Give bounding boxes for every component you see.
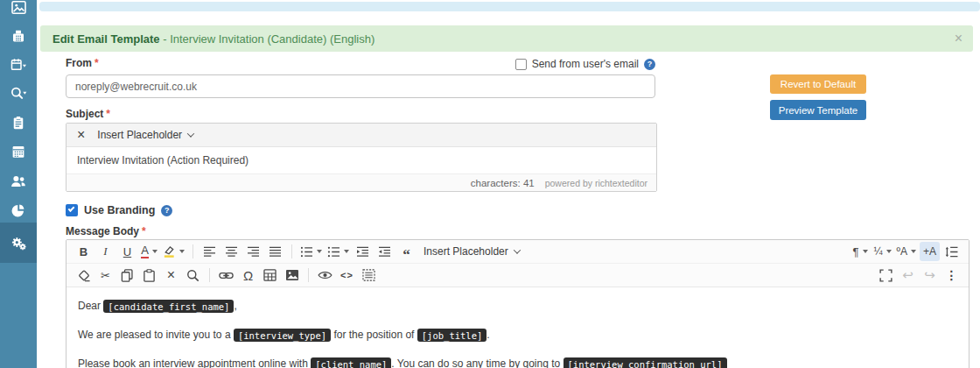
editor-toolbar-row2: ✂ × Ω <> ↩ ↪ ⋮: [66, 264, 969, 287]
settings-gears-icon: [10, 234, 27, 251]
undo-icon[interactable]: ↩: [898, 265, 918, 285]
align-justify-icon[interactable]: [265, 242, 285, 261]
blockquote-icon[interactable]: “: [396, 242, 416, 261]
chevron-down-icon: [886, 250, 892, 253]
send-from-user-checkbox[interactable]: [515, 59, 527, 70]
sidebar-item-reports[interactable]: [0, 195, 37, 225]
sidebar-item-media[interactable]: [0, 0, 37, 22]
pie-chart-icon: [10, 202, 26, 218]
use-branding-checkbox[interactable]: [66, 204, 78, 216]
paragraph-style-icon[interactable]: ¶: [850, 242, 871, 261]
modal-header: Edit Email Template - Interview Invitati…: [40, 25, 973, 52]
sidebar-item-settings[interactable]: [0, 223, 37, 263]
select-all-icon[interactable]: [359, 265, 379, 285]
use-branding-label: Use Branding: [84, 204, 155, 216]
source-code-icon[interactable]: <>: [337, 265, 357, 285]
fullscreen-icon[interactable]: [876, 265, 896, 285]
message-body-editor: B I U A “ Insert Placeholder ¶: [66, 239, 970, 368]
text-color-icon[interactable]: A: [139, 242, 159, 261]
more-options-icon[interactable]: ⋮: [942, 265, 962, 285]
branding-help-icon[interactable]: ?: [161, 205, 172, 216]
send-from-help-icon[interactable]: ?: [644, 59, 655, 70]
sidebar-item-candidates[interactable]: [0, 166, 37, 196]
subject-editor: × Insert Placeholder Interview Invitatio…: [66, 123, 657, 192]
placeholder-token: [interview_confirmation_url]: [564, 357, 727, 368]
special-character-icon[interactable]: Ω: [238, 265, 258, 285]
eraser-icon[interactable]: [74, 265, 94, 285]
sidebar-item-search-menu[interactable]: [0, 79, 37, 109]
zoom-level-icon[interactable]: ¼: [872, 242, 893, 261]
preview-eye-icon[interactable]: [315, 265, 335, 285]
sidebar-item-tasks[interactable]: [0, 108, 37, 138]
body-insert-placeholder-button[interactable]: Insert Placeholder: [418, 245, 525, 258]
subject-insert-placeholder-button[interactable]: Insert Placeholder: [97, 129, 193, 141]
close-icon[interactable]: ×: [955, 31, 962, 46]
placeholder-token: [interview_type]: [234, 329, 331, 342]
body-paragraph: Dear [candidate_first_name],: [78, 300, 957, 313]
copy-icon[interactable]: [117, 265, 137, 285]
use-branding-row: Use Branding ?: [66, 204, 172, 216]
toolbar-separator: [209, 268, 210, 282]
line-spacing-icon[interactable]: [942, 242, 962, 261]
sidebar: [0, 0, 37, 368]
find-icon[interactable]: [183, 265, 203, 285]
delete-icon[interactable]: ×: [161, 265, 181, 285]
paste-icon[interactable]: [139, 265, 159, 285]
chevron-down-icon: [187, 130, 194, 137]
ordered-list-icon[interactable]: [298, 242, 324, 261]
indent-icon[interactable]: [353, 242, 373, 261]
subject-toolbar: × Insert Placeholder: [66, 124, 656, 147]
search-dropdown-icon: [10, 86, 27, 102]
bullet-list-icon[interactable]: [326, 242, 351, 261]
align-right-icon[interactable]: [243, 242, 263, 261]
toolbar-separator: [291, 244, 292, 258]
outdent-icon[interactable]: [374, 242, 395, 261]
align-center-icon[interactable]: [221, 242, 242, 261]
redo-icon[interactable]: ↪: [920, 265, 940, 285]
calendar-grid-icon: [10, 144, 26, 159]
sidebar-item-calendar-menu[interactable]: [0, 50, 37, 80]
preview-template-button[interactable]: Preview Template: [770, 100, 866, 120]
fax-icon: [10, 28, 26, 44]
clear-formatting-icon[interactable]: ×: [77, 128, 85, 142]
chevron-down-icon: [317, 250, 322, 253]
editor-toolbar-row1: B I U A “ Insert Placeholder ¶: [66, 240, 969, 264]
chevron-down-icon: [152, 250, 158, 253]
modal-title: Edit Email Template: [52, 32, 160, 46]
placeholder-token: [candidate_first_name]: [103, 300, 234, 313]
subject-input[interactable]: Interview Invitation (Action Required): [66, 147, 656, 173]
revert-to-default-button[interactable]: Revert to Default: [770, 74, 866, 94]
link-icon[interactable]: [216, 265, 236, 285]
italic-icon[interactable]: I: [95, 242, 116, 261]
cut-icon[interactable]: ✂: [95, 265, 116, 285]
subject-editor-footer: characters: 41 powered by richtexteditor: [66, 173, 656, 191]
required-asterisk: *: [106, 108, 110, 120]
sidebar-item-fax[interactable]: [0, 21, 37, 51]
placeholder-token: [client_name]: [311, 357, 391, 368]
clipboard-icon: [10, 115, 26, 131]
image-icon: [10, 0, 27, 16]
character-style-icon[interactable]: ºA: [895, 242, 918, 261]
message-body-content[interactable]: Dear [candidate_first_name], We are plea…: [66, 287, 969, 368]
toolbar-separator: [192, 244, 193, 258]
chevron-down-icon: [863, 250, 868, 253]
underline-icon[interactable]: U: [117, 242, 137, 261]
powered-by-label: powered by richtexteditor: [545, 178, 648, 188]
highlight-color-icon[interactable]: [161, 242, 186, 261]
chevron-down-icon: [513, 246, 520, 253]
text-grow-icon[interactable]: +A: [920, 242, 940, 261]
align-left-icon[interactable]: [200, 242, 220, 261]
insert-image-icon[interactable]: [282, 265, 302, 285]
message-body-label: Message Body*: [66, 225, 146, 237]
sidebar-item-calendar[interactable]: [0, 137, 37, 166]
calendar-dropdown-icon: [10, 57, 27, 73]
chevron-down-icon: [179, 250, 185, 253]
subject-label: Subject*: [66, 108, 110, 120]
edit-email-template-screen: Edit Email Template - Interview Invitati…: [0, 0, 980, 368]
bold-icon[interactable]: B: [74, 242, 94, 261]
table-icon[interactable]: [260, 265, 280, 285]
chevron-down-icon: [344, 250, 349, 253]
users-icon: [10, 173, 27, 189]
from-input[interactable]: [66, 74, 655, 98]
required-asterisk: *: [142, 225, 146, 237]
